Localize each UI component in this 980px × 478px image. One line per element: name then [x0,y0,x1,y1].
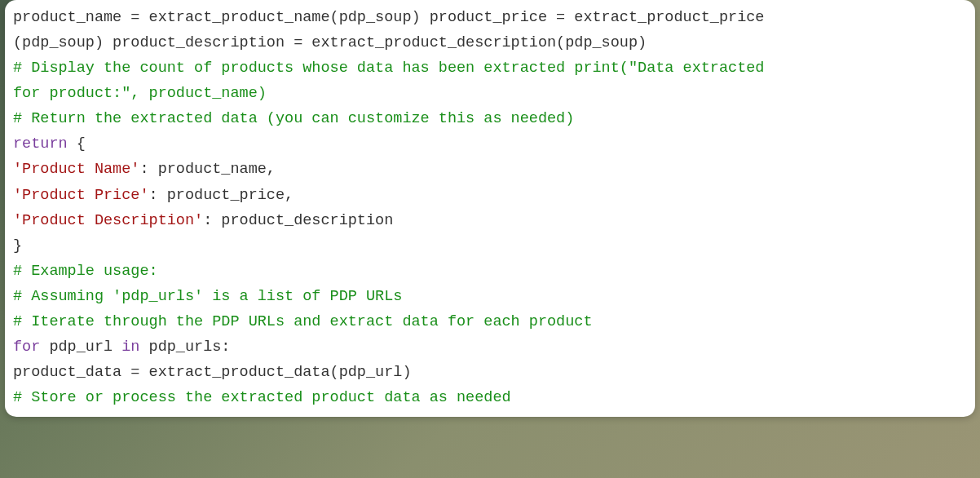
code-keyword: in [121,339,139,356]
code-line-6: 'Product Price': product_price, [13,183,967,208]
code-text: } [13,237,22,254]
code-line-1: product_name = extract_product_name(pdp_… [13,5,967,30]
code-line-9: # Example usage: [13,259,967,284]
code-line-2b: for product:", product_name) [13,81,967,106]
code-comment: # Store or process the extracted product… [13,389,511,406]
code-text: : product_price, [149,187,294,204]
code-text: product_data = extract_product_data(pdp_… [13,364,411,381]
code-comment: # Iterate through the PDP URLs and extra… [13,313,593,330]
code-keyword: for [13,339,40,356]
code-line-13: product_data = extract_product_data(pdp_… [13,360,967,385]
code-text: pdp_url [40,339,121,356]
code-string: 'Product Description' [13,212,203,229]
code-line-12: for pdp_url in pdp_urls: [13,334,967,360]
code-comment: # Example usage: [13,263,158,280]
code-string: 'Product Price' [13,187,149,204]
code-text: : product_name, [139,161,276,178]
code-line-7: 'Product Description': product_descripti… [13,208,967,233]
code-line-2: # Display the count of products whose da… [13,55,967,81]
code-line-1b: (pdp_soup) product_description = extract… [13,30,967,55]
code-text: : product_description [203,212,393,229]
code-line-10: # Assuming 'pdp_urls' is a list of PDP U… [13,284,967,309]
code-comment: for product:", product_name) [13,85,267,102]
code-text: product_name = extract_product_name(pdp_… [13,9,764,26]
code-line-11: # Iterate through the PDP URLs and extra… [13,309,967,334]
code-comment: # Display the count of products whose da… [13,60,764,77]
code-comment: # Return the extracted data (you can cus… [13,110,574,127]
code-text: { [68,135,86,153]
code-line-14: # Store or process the extracted product… [13,385,967,410]
code-text: pdp_urls: [139,339,230,356]
code-line-8: } [13,233,967,259]
code-block: product_name = extract_product_name(pdp_… [5,0,975,417]
code-keyword: return [13,135,68,153]
code-comment: # Assuming 'pdp_urls' is a list of PDP U… [13,288,402,305]
code-string: 'Product Name' [13,161,139,178]
code-line-5: 'Product Name': product_name, [13,157,967,182]
code-text: (pdp_soup) product_description = extract… [13,34,647,51]
code-line-4: return { [13,131,967,157]
code-line-3: # Return the extracted data (you can cus… [13,106,967,131]
